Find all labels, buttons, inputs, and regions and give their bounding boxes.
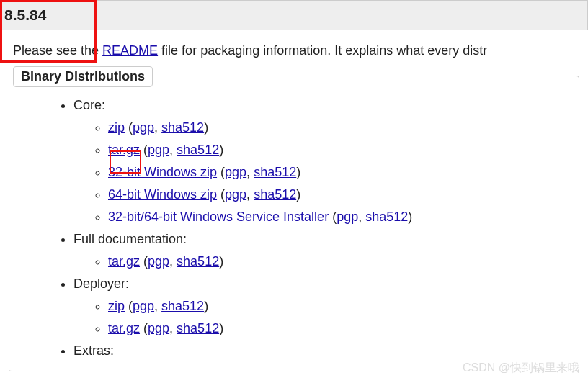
list-item: 64-bit Windows zip (pgp, sha512) (108, 185, 564, 204)
readme-link[interactable]: README (102, 43, 158, 58)
pgp-link[interactable]: pgp (148, 321, 169, 335)
intro-suffix: file for packaging information. It expla… (158, 43, 487, 58)
sha512-link[interactable]: sha512 (161, 299, 204, 313)
sha512-link[interactable]: sha512 (177, 321, 219, 335)
version-number: 8.5.84 (4, 6, 46, 23)
category-label: Extras: (74, 343, 114, 358)
download-win32zip-link[interactable]: 32-bit Windows zip (108, 165, 217, 179)
list-item: zip (pgp, sha512) (108, 118, 564, 138)
version-heading: 8.5.84 (0, 0, 588, 30)
pgp-link[interactable]: pgp (225, 187, 246, 202)
category-label: Core: (74, 98, 105, 112)
download-zip-link[interactable]: zip (108, 120, 125, 135)
distribution-list: Core: zip (pgp, sha512) tar.gz (pgp, sha… (9, 96, 579, 371)
pgp-link[interactable]: pgp (337, 209, 358, 224)
download-targz-link[interactable]: tar.gz (108, 143, 140, 157)
sha512-link[interactable]: sha512 (177, 143, 219, 157)
binary-distributions-section: Binary Distributions Core: zip (pgp, sha… (9, 76, 579, 371)
list-item: zip (pgp, sha512) (108, 297, 564, 316)
category-core: Core: zip (pgp, sha512) tar.gz (pgp, sha… (74, 96, 564, 227)
sha512-link[interactable]: sha512 (254, 187, 296, 202)
list-item: tar.gz (pgp, sha512) (108, 140, 564, 160)
intro-paragraph: Please see the README file for packaging… (0, 30, 588, 58)
sha512-link[interactable]: sha512 (177, 254, 219, 269)
sha512-link[interactable]: sha512 (365, 209, 408, 224)
pgp-link[interactable]: pgp (225, 165, 246, 179)
download-win64zip-link[interactable]: 64-bit Windows zip (108, 187, 217, 202)
download-zip-link[interactable]: zip (108, 299, 125, 313)
list-item: 32-bit Windows zip (pgp, sha512) (108, 163, 564, 182)
category-deployer: Deployer: zip (pgp, sha512) tar.gz (pgp,… (74, 274, 564, 338)
sha512-link[interactable]: sha512 (254, 165, 296, 179)
list-item: tar.gz (pgp, sha512) (108, 252, 564, 271)
list-item: 32-bit/64-bit Windows Service Installer … (108, 207, 564, 227)
category-label: Full documentation: (74, 232, 187, 246)
pgp-link[interactable]: pgp (133, 299, 154, 313)
category-label: Deployer: (74, 276, 129, 291)
category-extras: Extras: (74, 341, 564, 361)
download-targz-link[interactable]: tar.gz (108, 321, 140, 335)
pgp-link[interactable]: pgp (133, 120, 154, 135)
download-wininstaller-link[interactable]: 32-bit/64-bit Windows Service Installer (108, 209, 329, 224)
list-item: tar.gz (pgp, sha512) (108, 319, 564, 338)
sha512-link[interactable]: sha512 (161, 120, 204, 135)
intro-prefix: Please see the (13, 43, 102, 58)
category-fulldoc: Full documentation: tar.gz (pgp, sha512) (74, 230, 564, 271)
pgp-link[interactable]: pgp (148, 143, 169, 157)
download-targz-link[interactable]: tar.gz (108, 254, 140, 269)
pgp-link[interactable]: pgp (148, 254, 169, 269)
section-title: Binary Distributions (13, 66, 153, 87)
